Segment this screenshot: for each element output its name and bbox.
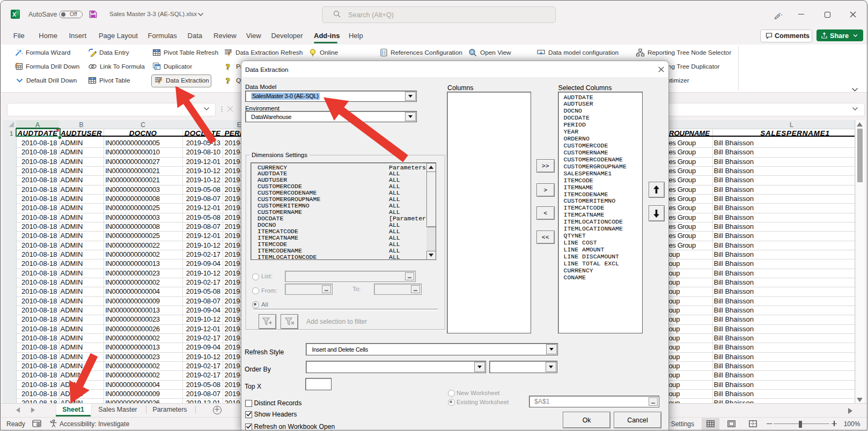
svg-text:X: X <box>12 11 16 18</box>
svg-text:?: ? <box>226 62 230 71</box>
svg-text:?: ? <box>226 76 230 85</box>
